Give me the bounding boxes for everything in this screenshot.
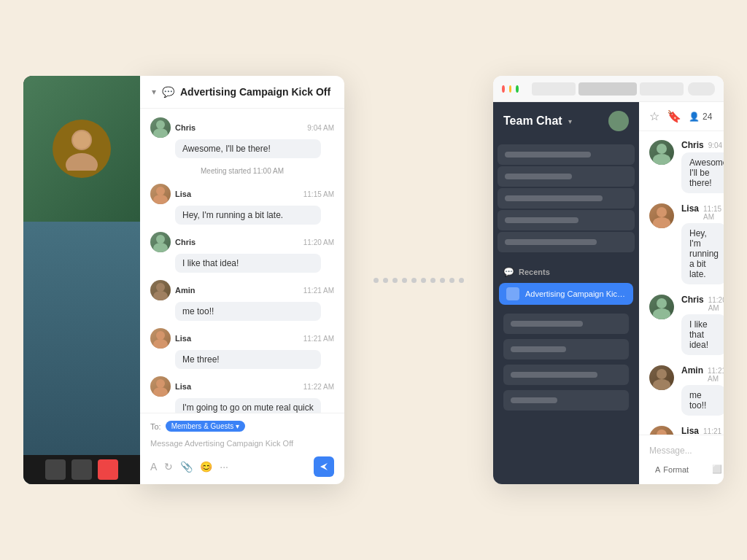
- msg-timestamp: 11:20 AM: [708, 296, 724, 312]
- right-chat-area: ☆ 🔖 👤 24 Chris: [639, 102, 724, 484]
- video-mute-btn[interactable]: [45, 459, 66, 480]
- video-end-btn[interactable]: [98, 459, 118, 480]
- sidebar-item[interactable]: [498, 166, 635, 187]
- format-label: Format: [663, 465, 689, 474]
- sidebar-item[interactable]: [498, 144, 635, 165]
- list-item: Chris 9:04 AM Awesome, I'll be there!: [649, 140, 713, 193]
- window-close-dot[interactable]: [502, 85, 505, 93]
- window-tab[interactable]: [532, 82, 576, 96]
- svg-point-14: [153, 387, 168, 397]
- sidebar-item[interactable]: [503, 314, 629, 334]
- collapse-chevron-icon[interactable]: ▾: [152, 87, 156, 97]
- send-button[interactable]: [314, 456, 334, 477]
- right-message-input[interactable]: Message...: [649, 443, 713, 462]
- chat-bubble-icon: 💬: [503, 267, 514, 277]
- screenshot-icon: ⬜: [712, 464, 722, 474]
- svg-point-24: [653, 379, 670, 390]
- message-input[interactable]: Message Advertising Campaign Kick Off: [150, 436, 334, 451]
- msg-content: Chris 9:04 AM Awesome, I'll be there!: [681, 140, 724, 193]
- msg-timestamp: 11:21 AM: [708, 367, 724, 383]
- window-search-bar[interactable]: [688, 82, 715, 96]
- recents-section: 💬 Recents Advertising Campaign Kick...: [493, 262, 639, 306]
- left-panel: ▾ 💬 Advertising Campaign Kick Off Chris …: [23, 76, 344, 484]
- msg-bubble: I'm going to go on mute real quick: [175, 398, 321, 413]
- dot: [440, 278, 445, 283]
- emoji-icon[interactable]: 😊: [200, 461, 212, 472]
- video-camera-btn[interactable]: [71, 459, 92, 480]
- msg-sender-name: Chris: [175, 238, 196, 246]
- window-tab-active[interactable]: [578, 82, 637, 96]
- svg-point-17: [657, 144, 667, 154]
- svg-point-5: [156, 187, 165, 195]
- msg-sender-name: Chris: [681, 295, 704, 305]
- svg-point-12: [153, 339, 168, 349]
- video-person: [23, 76, 140, 222]
- msg-content: Amin 11:21 AM me too!!: [681, 365, 724, 416]
- avatar: [649, 203, 674, 228]
- msg-bubble: Hey, I'm running a bit late.: [681, 223, 724, 284]
- team-chat-title: Team Chat: [503, 114, 562, 128]
- list-item: Amin 11:21 AM me too!!: [150, 280, 334, 321]
- svg-point-2: [73, 131, 90, 149]
- sidebar-more-items: [493, 309, 639, 415]
- svg-point-22: [653, 308, 670, 319]
- list-item: Chris 9:04 AM Awesome, I'll be there!: [150, 117, 334, 158]
- msg-meta: Lisa 11:15 AM: [150, 184, 334, 204]
- sidebar-item[interactable]: [503, 339, 629, 359]
- more-icon[interactable]: ···: [220, 461, 228, 472]
- video-bottom: [23, 222, 140, 484]
- sidebar-item[interactable]: [498, 232, 635, 252]
- main-container: ▾ 💬 Advertising Campaign Kick Off Chris …: [23, 76, 724, 484]
- right-messages: Chris 9:04 AM Awesome, I'll be there!: [639, 131, 724, 435]
- msg-bubble: me too!!: [681, 385, 724, 416]
- chat-header: ▾ 💬 Advertising Campaign Kick Off: [140, 76, 344, 109]
- avatar: [150, 184, 171, 204]
- dot: [383, 278, 388, 283]
- sidebar-item[interactable]: [503, 365, 629, 385]
- format-button[interactable]: A Format: [649, 462, 694, 477]
- window-tab[interactable]: [640, 82, 684, 96]
- star-icon[interactable]: ☆: [649, 109, 659, 123]
- list-item: Lisa 11:21 AM Me three!: [150, 328, 334, 369]
- sidebar-item[interactable]: [498, 210, 635, 230]
- svg-point-11: [156, 331, 165, 340]
- svg-point-21: [657, 298, 667, 308]
- msg-sender-name: Lisa: [681, 203, 699, 214]
- msg-meta: Chris 9:04 AM: [681, 140, 724, 150]
- video-top: [23, 76, 140, 222]
- svg-point-19: [657, 207, 667, 217]
- to-line: To: Members & Guests ▾: [150, 421, 334, 432]
- avatar: [150, 328, 171, 349]
- list-item: Lisa 11:15 AM Hey, I'm running a bit lat…: [649, 203, 713, 284]
- dark-sidebar: Team Chat ▾: [493, 102, 639, 484]
- msg-sender-name: Amin: [175, 286, 196, 295]
- sidebar-item[interactable]: [503, 390, 629, 411]
- format-icon[interactable]: A: [150, 461, 157, 472]
- window-maximize-dot[interactable]: [516, 85, 519, 93]
- msg-timestamp: 11:15 AM: [703, 205, 724, 221]
- bookmark-icon[interactable]: 🔖: [667, 109, 681, 123]
- dot: [392, 278, 398, 283]
- svg-point-6: [153, 195, 168, 204]
- svg-point-9: [156, 283, 165, 292]
- screenshot-button[interactable]: ⬜ Screenshot ▾: [706, 462, 724, 477]
- msg-timestamp: 9:04 AM: [708, 141, 724, 149]
- recents-item[interactable]: Advertising Campaign Kick...: [499, 283, 633, 305]
- msg-meta: Lisa 11:21 AM: [150, 328, 334, 349]
- team-chat-chevron-icon[interactable]: ▾: [568, 117, 572, 125]
- msg-meta: Chris 9:04 AM: [150, 117, 334, 138]
- svg-point-23: [657, 369, 667, 379]
- svg-point-18: [653, 154, 670, 165]
- members-badge[interactable]: Members & Guests ▾: [166, 421, 246, 432]
- msg-bubble: Hey, I'm running a bit late.: [175, 206, 321, 225]
- window-minimize-dot[interactable]: [509, 85, 512, 93]
- attachment-icon[interactable]: 📎: [180, 461, 193, 472]
- msg-timestamp: 11:15 AM: [303, 190, 334, 198]
- msg-sender-name: Amin: [681, 365, 703, 376]
- svg-point-4: [153, 128, 168, 138]
- refresh-icon[interactable]: ↻: [164, 461, 173, 472]
- sidebar-item[interactable]: [498, 188, 635, 209]
- msg-meta: Chris 11:20 AM: [150, 232, 334, 252]
- msg-meta: Amin 11:21 AM: [681, 365, 724, 383]
- svg-point-20: [653, 217, 670, 228]
